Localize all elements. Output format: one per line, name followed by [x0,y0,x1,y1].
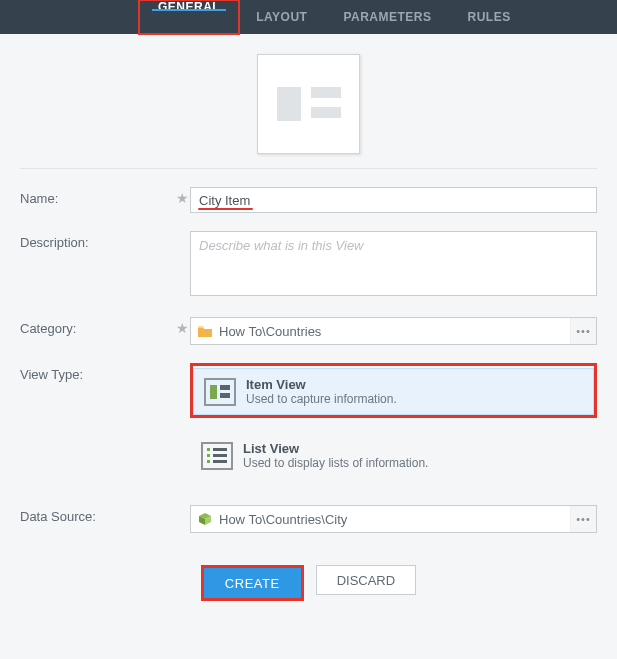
highlight-create-button: CREATE [201,565,304,601]
item-view-icon [204,378,236,406]
view-thumbnail-icon [257,54,360,154]
category-value: How To\Countries [219,324,321,339]
name-input[interactable] [190,187,597,213]
label-view-type: View Type: [20,363,190,382]
row-view-type: View Type: Item View Used to capture inf… [20,363,597,479]
row-name: Name: ★ [20,187,597,213]
list-view-title: List View [243,441,428,456]
create-button[interactable]: CREATE [204,568,301,598]
action-button-row: CREATE DISCARD [0,551,617,631]
folder-icon [197,324,213,338]
view-thumbnail-area [0,34,617,168]
general-form: Name: ★ Description: Category: ★ [0,187,617,533]
tab-rules[interactable]: RULES [450,0,529,34]
row-category: Category: ★ How To\Countries ••• [20,317,597,345]
data-source-picker[interactable]: How To\Countries\City [190,505,597,533]
tab-parameters[interactable]: PARAMETERS [325,0,449,34]
list-view-desc: Used to display lists of information. [243,456,428,470]
label-category: Category: [20,317,190,336]
tab-general[interactable]: GENERAL [140,0,238,14]
row-description: Description: [20,231,597,299]
required-star-icon: ★ [176,320,189,336]
discard-button[interactable]: DISCARD [316,565,417,595]
view-type-item[interactable]: Item View Used to capture information. [193,368,594,415]
top-tab-bar: GENERAL LAYOUT PARAMETERS RULES [0,0,617,34]
highlight-item-view: Item View Used to capture information. [190,363,597,418]
item-view-desc: Used to capture information. [246,392,397,406]
list-view-icon [201,442,233,470]
required-star-icon: ★ [176,190,189,206]
category-picker[interactable]: How To\Countries [190,317,597,345]
section-divider [20,168,597,169]
item-view-title: Item View [246,377,397,392]
description-textarea[interactable] [190,231,597,296]
data-source-browse-button[interactable]: ••• [570,506,596,532]
label-data-source: Data Source: [20,505,190,524]
category-browse-button[interactable]: ••• [570,318,596,344]
label-description: Description: [20,231,190,250]
row-data-source: Data Source: How To\Countries\City ••• [20,505,597,533]
label-name: Name: [20,187,190,206]
view-type-list[interactable]: List View Used to display lists of infor… [190,432,597,479]
data-source-value: How To\Countries\City [219,512,347,527]
smartobject-icon [197,512,213,526]
tab-layout[interactable]: LAYOUT [238,0,325,34]
